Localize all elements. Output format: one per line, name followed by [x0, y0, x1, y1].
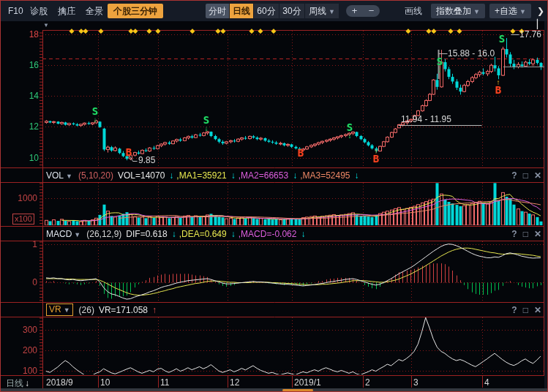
vr-value: VR=171.058 — [99, 305, 148, 315]
down-arrow-icon: ↓ — [231, 170, 236, 181]
buy-signal[interactable]: ↑B — [495, 78, 501, 94]
chevron-down-icon: ▼ — [329, 8, 335, 15]
stock-3min-button[interactable]: 个股三分钟 — [108, 4, 163, 18]
event-diamond-icon[interactable]: ◆ — [258, 27, 263, 34]
maximize-icon[interactable]: □ — [523, 229, 528, 239]
maximize-icon[interactable]: □ — [523, 170, 528, 181]
chevron-down-icon: ▼ — [66, 173, 72, 180]
period-text: 日线 — [6, 378, 23, 388]
vol-value: ,MA2=66653 — [239, 170, 288, 181]
draw-line-button[interactable]: 画线 — [405, 4, 422, 18]
event-diamond-icon[interactable]: ◆ — [70, 27, 75, 34]
close-icon[interactable]: ✕ — [534, 305, 541, 315]
help-icon[interactable]: ? — [511, 170, 517, 181]
price-annotation: 17.76 — [519, 29, 541, 39]
horizontal-scrollbar[interactable] — [1, 388, 547, 392]
macd-value: DIF=0.618 — [126, 229, 167, 239]
event-diamond-icon[interactable]: ◆ — [448, 27, 454, 34]
tab-diagnose[interactable]: 诊股 — [30, 4, 48, 18]
period-tab-30min[interactable]: 30分 — [279, 4, 304, 18]
sell-signal[interactable]: S↓ — [203, 116, 209, 132]
down-arrow-icon: ↓ — [355, 170, 359, 181]
sell-signal[interactable]: S — [499, 35, 505, 43]
price-annotation: 15.88 - 16.0 — [448, 48, 495, 59]
price-annotation: 11.94 - 11.95 — [401, 114, 451, 124]
macd-indicator-selector[interactable]: MACD▼ — [46, 229, 80, 239]
vol-indicator-selector[interactable]: VOL▼ — [46, 170, 72, 181]
help-icon[interactable]: ? — [511, 305, 517, 315]
vr-window-buttons: ?□✕ — [511, 303, 541, 317]
chart-dropdown-caret-icon[interactable]: ▼ — [43, 22, 49, 29]
price-axis-label: 18 — [29, 29, 39, 39]
macd-header: MACD▼(26,12,9)DIF=0.618↓,DEA=0.649↓,MACD… — [1, 227, 547, 241]
index-overlay-button[interactable]: 指数叠加▼ — [431, 4, 485, 18]
vr-header: VR▼(26)VR=171.058↑?□✕ — [1, 303, 547, 317]
event-diamond-icon[interactable]: ◆ — [216, 27, 221, 34]
buy-signal-letter: B — [126, 148, 132, 157]
stock-app-window: F10 诊股 擒庄 全景 个股三分钟 分时 日线 60分 30分 周线▼ + −… — [0, 0, 548, 392]
event-diamond-icon[interactable]: ◆ — [221, 27, 226, 34]
vol-value: VOL=14070 — [118, 170, 165, 181]
time-axis-label: 2 — [365, 377, 370, 388]
buy-signal[interactable]: B — [126, 148, 132, 157]
sell-signal-letter: S — [499, 35, 505, 43]
event-diamond-icon[interactable]: ◆ — [99, 27, 104, 34]
event-diamond-icon[interactable]: ◆ — [406, 27, 411, 34]
vr-indicator-selector[interactable]: VR▼ — [46, 304, 73, 316]
close-icon[interactable]: ✕ — [534, 170, 541, 181]
macd-axis-label: 0 — [32, 277, 37, 287]
sell-signal[interactable]: S↓ — [437, 58, 443, 74]
sell-signal-letter: S — [92, 108, 98, 116]
event-diamond-icon[interactable]: ◆ — [511, 27, 516, 34]
add-watchlist-button[interactable]: +自选▼ — [489, 4, 531, 18]
scrollbar-thumb[interactable] — [282, 389, 313, 391]
sell-signal-letter: S — [203, 116, 209, 124]
event-diamond-icon[interactable]: ◆ — [432, 27, 437, 34]
buy-signal[interactable]: B — [298, 149, 304, 157]
down-arrow-icon: ↓ — [172, 229, 176, 239]
macd-value: ,MACD=-0.062 — [239, 229, 297, 239]
zoom-out-button[interactable]: − — [369, 6, 375, 16]
up-arrow-icon: ↑ — [152, 305, 157, 315]
time-axis-label: 2018/9 — [46, 377, 73, 388]
time-axis-label: 11 — [160, 377, 169, 388]
chevron-down-icon: ▼ — [64, 306, 70, 314]
event-diamond-icon[interactable]: ◆ — [271, 27, 277, 34]
tab-qinzhuang[interactable]: 擒庄 — [58, 4, 75, 18]
event-diamond-icon[interactable]: ◆ — [190, 27, 195, 34]
chevron-down-icon: ▼ — [519, 8, 526, 15]
period-weekly-label: 周线 — [309, 6, 326, 16]
down-arrow-icon: ↓ — [94, 116, 97, 124]
sell-signal[interactable]: S↓ — [347, 124, 353, 140]
event-diamond-icon[interactable]: ◆ — [147, 27, 152, 34]
event-diamond-icon[interactable]: ◆ — [133, 27, 138, 34]
vr-axis-label: 300 — [23, 325, 37, 335]
time-axis-label: 3 — [413, 377, 418, 388]
maximize-icon[interactable]: □ — [523, 305, 528, 315]
macd-axis-label: 1 — [32, 239, 37, 249]
close-icon[interactable]: ✕ — [534, 229, 541, 239]
zoom-in-button[interactable]: + — [352, 6, 358, 16]
vol-value: ,MA3=52495 — [300, 170, 350, 181]
event-diamond-icon[interactable]: ◆ — [457, 27, 462, 34]
event-diamond-icon[interactable]: ◆ — [83, 27, 89, 34]
event-diamond-icon[interactable]: ◆ — [249, 27, 255, 34]
period-tab-60min[interactable]: 60分 — [254, 4, 279, 18]
expand-panel-icon[interactable]: ❯▏ — [537, 4, 547, 31]
buy-signal[interactable]: ↑B — [373, 147, 379, 163]
price-axis-label: 12 — [29, 121, 39, 132]
tab-panorama[interactable]: 全景 — [86, 4, 103, 18]
sell-signal[interactable]: S↓ — [92, 108, 98, 124]
period-tab-weekly[interactable]: 周线▼ — [305, 4, 339, 18]
event-diamond-icon[interactable]: ◆ — [427, 27, 432, 34]
price-axis-label: 16 — [29, 60, 39, 70]
event-diamond-icon[interactable]: ◆ — [156, 27, 161, 34]
vol-value: ,MA1=35921 — [176, 170, 226, 181]
down-arrow-icon: ↓ — [231, 229, 236, 239]
period-tab-realtime[interactable]: 分时 — [206, 4, 229, 18]
tab-f10[interactable]: F10 — [8, 4, 23, 18]
down-arrow-icon: ↓ — [438, 66, 442, 74]
help-icon[interactable]: ? — [511, 229, 517, 239]
period-tab-daily[interactable]: 日线 — [230, 4, 253, 18]
volume-axis-label: 1000 — [18, 193, 37, 203]
